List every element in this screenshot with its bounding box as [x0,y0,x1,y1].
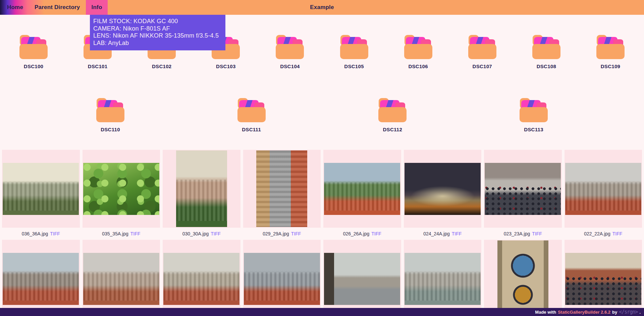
photo-caption: 029_29A.jpg TIFF [243,228,321,240]
photo-thumbnail[interactable] [83,253,159,305]
photo-filename: 026_26A.jpg [343,231,370,236]
photo-thumbnail[interactable] [405,253,481,305]
folder-label: DSC103 [216,63,236,69]
folder-item[interactable]: DSC113 [519,98,548,132]
photo-thumbnail[interactable] [405,163,481,215]
photo-filename: 029_29A.jpg [263,231,289,236]
photo-filename: 024_24A.jpg [423,231,450,236]
folder-icon [532,35,560,59]
photo-caption: 030_30A.jpg TIFF [163,228,240,240]
photo-thumbnail[interactable] [163,253,239,305]
tiff-link[interactable]: TIFF [130,231,141,236]
photo-cell [484,150,562,228]
photo-thumbnail[interactable] [485,163,561,215]
tiff-link[interactable]: TIFF [452,231,462,236]
photo-figure: 030_30A.jpg TIFF [163,150,240,240]
photo-figure: 022_22A.jpg TIFF [565,150,642,240]
photo-figure [323,240,401,316]
folder-label: DSC109 [601,63,621,69]
folder-label: DSC110 [101,127,120,132]
folder-item[interactable]: DSC112 [378,98,407,132]
photo-caption: 023_23A.jpg TIFF [484,228,562,240]
photo-figure: 024_24A.jpg TIFF [404,150,482,240]
tiff-link[interactable]: TIFF [371,231,381,236]
folder-item[interactable]: DSC110 [96,98,125,132]
photo-cell [484,240,562,316]
photo-thumbnail[interactable] [176,150,227,227]
folder-icon [237,98,266,122]
photo-figure [2,240,80,316]
folder-item[interactable]: DSC108 [532,35,561,69]
photo-figure: 023_23A.jpg TIFF [484,150,562,240]
photo-thumbnail[interactable] [565,163,641,215]
photo-thumbnail[interactable] [256,150,307,227]
photo-cell [2,150,80,228]
folder-item[interactable]: DSC109 [596,35,625,69]
photo-grid: 036_36A.jpg TIFF 035_35A.jpg TIFF 030_30… [0,150,644,316]
photo-thumbnail[interactable] [244,253,320,305]
photo-caption: 022_22A.jpg TIFF [565,228,642,240]
folder-item[interactable]: DSC107 [468,35,497,69]
photo-cell [323,240,401,316]
builder-link[interactable]: StaticGalleryBuilder 2.6.2 [558,310,610,315]
photo-figure [243,240,321,316]
tooltip-line-camera: CAMERA: Nikon F-801S AF [93,25,222,33]
photo-caption: 024_24A.jpg TIFF [404,228,482,240]
folder-item[interactable]: DSC106 [404,35,433,69]
photo-thumbnail[interactable] [324,163,400,215]
folder-icon [19,35,48,59]
photo-filename: 036_36A.jpg [22,231,48,236]
folder-label: DSC112 [383,127,402,132]
nav-home[interactable]: Home [1,0,29,15]
photo-thumbnail[interactable] [3,253,79,305]
photo-thumbnail[interactable] [83,163,159,215]
photo-figure: 035_35A.jpg TIFF [83,150,160,240]
folder-item[interactable]: DSC105 [340,35,369,69]
folder-label: DSC111 [242,127,261,132]
photo-figure [83,240,160,316]
tiff-link[interactable]: TIFF [612,231,623,236]
photo-cell [163,150,240,228]
folder-icon [378,98,407,122]
footer-bar: Made with StaticGalleryBuilder 2.6.2 by … [0,308,644,316]
photo-thumbnail[interactable] [565,253,641,305]
photo-thumbnail[interactable] [324,253,400,305]
tiff-link[interactable]: TIFF [291,231,301,236]
tooltip-line-lens: LENS: Nikon AF NIKKOR 35-135mm f/3.5-4.5 [93,32,222,40]
photo-cell [565,240,642,316]
photo-thumbnail[interactable] [497,240,548,316]
info-tooltip: FILM STOCK: KODAK GC 400 CAMERA: Nikon F… [90,15,225,50]
folder-icon [96,98,124,122]
folder-label: DSC102 [152,63,172,69]
photo-cell [83,150,160,228]
photo-thumbnail[interactable] [3,163,79,215]
photo-figure: 026_26A.jpg TIFF [323,150,401,240]
tiff-link[interactable]: TIFF [50,231,60,236]
folder-label: DSC108 [537,63,556,69]
folder-item[interactable]: DSC100 [19,35,48,69]
top-nav: Home Parent Directory Info Example [0,0,644,15]
folder-row-2: DSC110 DSC111 DSC112 DSC113 [0,98,644,132]
nav-parent-directory[interactable]: Parent Directory [29,0,86,15]
photo-cell [2,240,80,316]
folder-icon [468,35,496,59]
tiff-link[interactable]: TIFF [211,231,221,236]
photo-figure: 029_29A.jpg TIFF [243,150,321,240]
folder-label: DSC106 [408,63,428,69]
folder-item[interactable]: DSC111 [237,98,266,132]
folder-item[interactable]: DSC104 [275,35,304,69]
folder-icon [276,35,304,59]
photo-caption: 026_26A.jpg TIFF [323,228,401,240]
period-text: . [639,310,641,315]
nav-info[interactable]: Info [86,0,108,15]
folder-icon [340,35,368,59]
photo-figure [404,240,482,316]
folder-label: DSC104 [280,63,300,69]
folder-label: DSC113 [524,127,543,132]
photo-cell [243,240,321,316]
photo-cell [404,150,482,228]
tiff-link[interactable]: TIFF [532,231,542,236]
folder-label: DSC101 [88,63,108,69]
by-text: by [612,310,617,315]
srgn-logo[interactable]: </srgn> [619,309,638,315]
